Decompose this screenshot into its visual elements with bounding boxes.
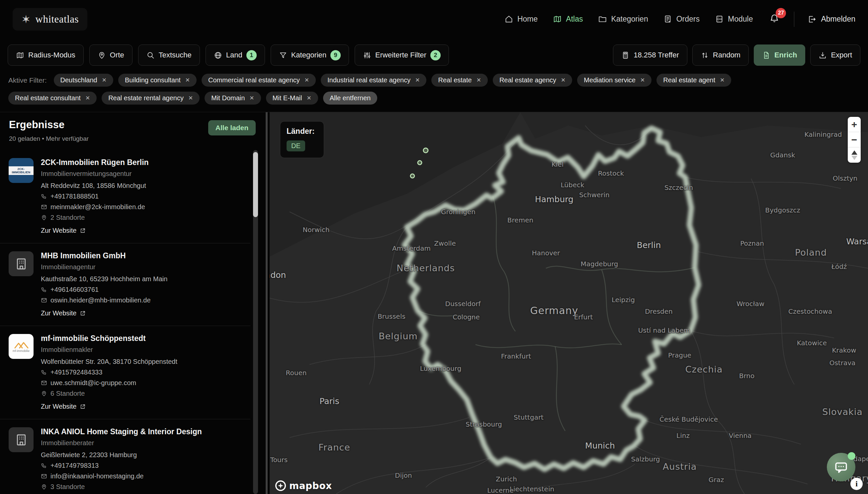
filter-chip[interactable]: Commercial real estate agency✕	[202, 74, 316, 87]
clear-all-label: Alle entfernen	[330, 94, 371, 102]
website-link-label: Zur Website	[41, 309, 76, 317]
remove-filter-icon[interactable]: ✕	[307, 95, 312, 101]
remove-filter-icon[interactable]: ✕	[640, 77, 645, 84]
nav-item-label: Orders	[676, 15, 700, 23]
country-codes: DE	[287, 136, 318, 151]
remove-filter-icon[interactable]: ✕	[102, 77, 107, 84]
filter-chip-label: Real estate	[438, 76, 472, 84]
orders-icon	[663, 15, 673, 23]
map-canvas[interactable]: KaliningradGdanskOlsztynKielRostockLübec…	[270, 112, 868, 494]
remove-filter-icon[interactable]: ✕	[561, 77, 566, 84]
company-phone: +491749798313	[41, 462, 250, 470]
download-icon	[818, 51, 827, 59]
export-button[interactable]: Export	[810, 44, 860, 66]
zoom-in-button[interactable]: +	[848, 117, 861, 132]
compass-button[interactable]	[848, 147, 861, 163]
toolbar-button-radius-modus[interactable]: Radius-Modus	[8, 44, 84, 66]
pin-icon	[41, 391, 47, 397]
clear-all-filters-button[interactable]: Alle entfernen	[323, 92, 377, 104]
filter-chip[interactable]: Real estate agent✕	[657, 74, 731, 87]
filter-chip[interactable]: Mit E-Mail✕	[266, 92, 318, 104]
toolbar-button-land[interactable]: Land1	[206, 44, 265, 66]
mapbox-logo-icon	[275, 480, 286, 491]
result-card[interactable]: 2CK-IMMOBILIEN 2CK-Immobilien Rügen Berl…	[0, 150, 250, 243]
result-card[interactable]: INKA ANIOL Home Staging & Interior Desig…	[0, 419, 250, 494]
toolbar-button-erweiterte-filter[interactable]: Erweiterte Filter2	[355, 44, 449, 66]
filter-chip[interactable]: Building consultant✕	[118, 74, 196, 87]
phone-text: +496146603761	[51, 286, 99, 293]
remove-filter-icon[interactable]: ✕	[188, 95, 193, 101]
calculator-icon	[621, 51, 629, 59]
result-card[interactable]: MHB Immobilien GmbH Immobilienagentur Ka…	[0, 243, 250, 326]
brand-logo[interactable]: ✶ whiteatlas	[13, 8, 87, 31]
random-label: Random	[713, 51, 740, 59]
toolbar-button-label: Erweiterte Filter	[375, 51, 426, 59]
module-icon	[715, 15, 724, 23]
toolbar-right: 18.258 Treffer Random Enrich Export	[613, 44, 860, 66]
nav-item-module[interactable]: Module	[715, 15, 753, 23]
filter-chip[interactable]: Deutschland✕	[54, 74, 113, 87]
nav-item-kategorien[interactable]: Kategorien	[598, 15, 648, 23]
toolbar-button-orte[interactable]: Orte	[89, 44, 132, 66]
filter-count-badge: 9	[331, 50, 341, 60]
notifications-button[interactable]: 27	[769, 13, 779, 25]
enrich-label: Enrich	[774, 51, 797, 59]
chat-button[interactable]	[827, 453, 855, 481]
locations-text: 6 Standorte	[51, 390, 85, 397]
mail-icon	[41, 473, 47, 479]
remove-filter-icon[interactable]: ✕	[415, 77, 420, 84]
website-link[interactable]: Zur Website	[41, 227, 250, 234]
logout-button[interactable]: Abmelden	[808, 15, 855, 23]
random-button[interactable]: Random	[692, 44, 749, 66]
map-zoom-control: + −	[848, 117, 861, 163]
load-all-button[interactable]: Alle laden	[208, 120, 256, 135]
company-name: MHB Immobilien GmbH	[41, 251, 250, 260]
company-address: Geißlertwiete 2, 22303 Hamburg	[41, 451, 250, 459]
filter-chip[interactable]: Real estate✕	[431, 74, 488, 87]
website-link[interactable]: Zur Website	[41, 403, 250, 410]
filter-chip[interactable]: Real estate rental agency✕	[101, 92, 200, 104]
globe-icon	[214, 51, 222, 59]
remove-filter-icon[interactable]: ✕	[476, 77, 481, 84]
folder-icon	[598, 15, 607, 23]
website-link[interactable]: Zur Website	[41, 309, 250, 317]
nav-item-orders[interactable]: Orders	[663, 15, 700, 23]
map-info-button[interactable]: i	[850, 478, 863, 490]
toolbar-button-textsuche[interactable]: Textsuche	[138, 44, 200, 66]
phone-icon	[41, 462, 47, 469]
company-category: Immobilienberater	[41, 439, 250, 447]
remove-filter-icon[interactable]: ✕	[185, 77, 190, 84]
toolbar-button-kategorien[interactable]: Kategorien9	[271, 44, 349, 66]
results-subtitle: 20 geladen • Mehr verfügbar	[9, 135, 257, 142]
results-count-label: 18.258 Treffer	[634, 51, 679, 59]
pin-icon	[41, 484, 47, 490]
phone-icon	[41, 369, 47, 376]
map-icon	[553, 15, 562, 23]
remove-filter-icon[interactable]: ✕	[249, 95, 254, 101]
filter-chip[interactable]: Mit Domain✕	[205, 92, 261, 104]
phone-icon	[41, 193, 47, 200]
mapbox-attribution[interactable]: mapbox	[275, 480, 332, 491]
results-scrollbar-thumb[interactable]	[253, 152, 258, 217]
nav-item-atlas[interactable]: Atlas	[553, 15, 583, 23]
filter-chip-label: Mit E-Mail	[272, 94, 302, 102]
filter-chip[interactable]: Mediation service✕	[577, 74, 652, 87]
remove-filter-icon[interactable]: ✕	[85, 95, 90, 101]
filter-chip[interactable]: Real estate consultant✕	[8, 92, 97, 104]
zoom-out-button[interactable]: −	[848, 132, 861, 147]
filter-chip[interactable]: Industrial real estate agency✕	[321, 74, 426, 87]
remove-filter-icon[interactable]: ✕	[304, 77, 309, 84]
results-count-button[interactable]: 18.258 Treffer	[613, 44, 687, 66]
remove-filter-icon[interactable]: ✕	[720, 77, 724, 84]
company-email: meinmakler@2ck-immobilien.de	[41, 203, 250, 211]
result-card[interactable]: mf-immobilie mf-immobilie Schöppenstedt …	[0, 326, 250, 419]
filter-chip-label: Mit Domain	[211, 94, 245, 102]
nav-item-home[interactable]: Home	[504, 15, 537, 23]
country-code-chip[interactable]: DE	[287, 140, 305, 151]
company-category: Immobilienvermietungsagentur	[41, 170, 250, 177]
results-scrollbar-track[interactable]	[253, 150, 258, 494]
countries-panel: Länder: DE	[280, 121, 324, 158]
company-category: Immobilienagentur	[41, 263, 250, 271]
filter-chip[interactable]: Real estate agency✕	[493, 74, 572, 87]
enrich-button[interactable]: Enrich	[754, 44, 805, 66]
